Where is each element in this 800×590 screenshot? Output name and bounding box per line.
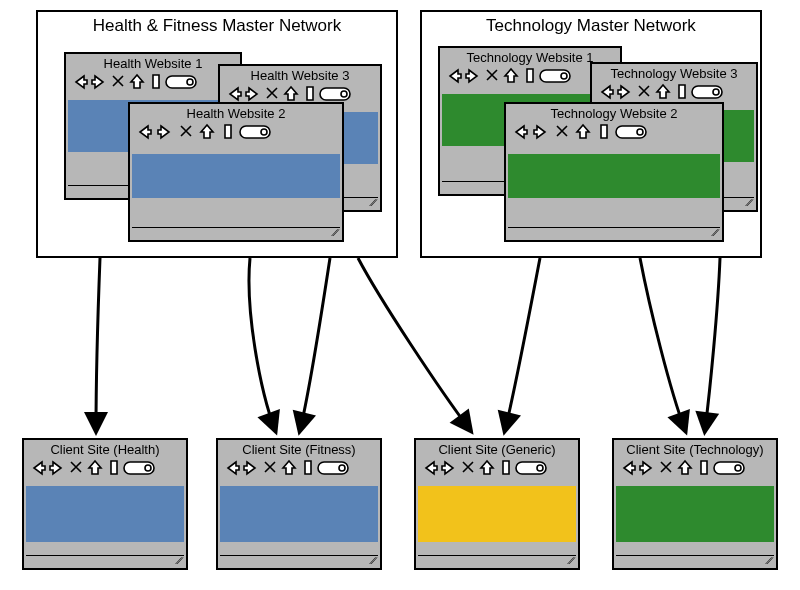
home-icon[interactable]: [87, 459, 103, 477]
home-icon[interactable]: [479, 459, 495, 477]
resize-grip-icon[interactable]: ⁄⁄: [370, 198, 376, 208]
home-icon[interactable]: [199, 123, 217, 143]
url-bar[interactable]: [615, 123, 655, 143]
browser-title: Client Site (Technology): [614, 442, 776, 457]
page-icon[interactable]: [106, 459, 120, 477]
client-site-fitness: Client Site (Fitness) ⁄⁄: [216, 438, 382, 570]
page-icon[interactable]: [498, 459, 512, 477]
status-bar: ⁄⁄: [616, 555, 774, 566]
resize-grip-icon[interactable]: ⁄⁄: [568, 556, 574, 566]
home-icon[interactable]: [655, 83, 671, 101]
master-title-health: Health & Fitness Master Network: [38, 16, 396, 36]
back-icon[interactable]: [512, 123, 530, 143]
url-bar[interactable]: [691, 83, 725, 101]
page-body: [616, 486, 774, 542]
stop-icon[interactable]: [110, 73, 126, 91]
stop-icon[interactable]: [68, 459, 84, 477]
forward-icon[interactable]: [245, 85, 261, 103]
resize-grip-icon[interactable]: ⁄⁄: [712, 228, 718, 238]
browser-toolbar: [592, 81, 756, 104]
page-icon[interactable]: [696, 459, 710, 477]
forward-icon[interactable]: [533, 123, 551, 143]
home-icon[interactable]: [677, 459, 693, 477]
home-icon[interactable]: [129, 73, 145, 91]
back-icon[interactable]: [72, 73, 88, 91]
browser-health-2: Health Website 2 ⁄⁄: [128, 102, 344, 242]
page-icon[interactable]: [148, 73, 162, 91]
browser-toolbar: [218, 457, 380, 480]
forward-icon[interactable]: [465, 67, 481, 85]
browser-title: Health Website 2: [130, 106, 342, 121]
url-bar[interactable]: [713, 459, 747, 477]
status-bar: ⁄⁄: [220, 555, 378, 566]
client-site-technology: Client Site (Technology) ⁄⁄: [612, 438, 778, 570]
url-bar[interactable]: [515, 459, 549, 477]
browser-title: Client Site (Health): [24, 442, 186, 457]
back-icon[interactable]: [224, 459, 240, 477]
status-bar: ⁄⁄: [132, 227, 340, 238]
page-body: [418, 486, 576, 542]
page-icon[interactable]: [300, 459, 314, 477]
stop-icon[interactable]: [636, 83, 652, 101]
browser-toolbar: [416, 457, 578, 480]
home-icon[interactable]: [503, 67, 519, 85]
page-icon[interactable]: [522, 67, 536, 85]
page-icon[interactable]: [596, 123, 612, 143]
stop-icon[interactable]: [554, 123, 572, 143]
browser-title: Client Site (Fitness): [218, 442, 380, 457]
page-body: [26, 486, 184, 542]
arrow-client-technology: [640, 258, 685, 430]
browser-title: Technology Website 2: [506, 106, 722, 121]
back-icon[interactable]: [620, 459, 636, 477]
page-body: [132, 154, 340, 198]
url-bar[interactable]: [539, 67, 573, 85]
forward-icon[interactable]: [49, 459, 65, 477]
browser-title: Health Website 1: [66, 56, 240, 71]
arrow-client-technology-b: [705, 258, 720, 430]
browser-toolbar: [130, 121, 342, 146]
resize-grip-icon[interactable]: ⁄⁄: [746, 198, 752, 208]
forward-icon[interactable]: [91, 73, 107, 91]
browser-tech-2: Technology Website 2 ⁄⁄: [504, 102, 724, 242]
stop-icon[interactable]: [262, 459, 278, 477]
forward-icon[interactable]: [617, 83, 633, 101]
resize-grip-icon[interactable]: ⁄⁄: [176, 556, 182, 566]
forward-icon[interactable]: [243, 459, 259, 477]
page-body: [220, 486, 378, 542]
arrow-client-generic: [358, 258, 470, 430]
resize-grip-icon[interactable]: ⁄⁄: [766, 556, 772, 566]
page-body: [508, 154, 720, 198]
back-icon[interactable]: [30, 459, 46, 477]
arrow-client-fitness: [249, 258, 275, 430]
browser-toolbar: [24, 457, 186, 480]
back-icon[interactable]: [136, 123, 154, 143]
url-bar[interactable]: [239, 123, 279, 143]
back-icon[interactable]: [226, 85, 242, 103]
url-bar[interactable]: [317, 459, 351, 477]
arrow-client-generic: [505, 258, 540, 430]
back-icon[interactable]: [598, 83, 614, 101]
page-icon[interactable]: [220, 123, 236, 143]
stop-icon[interactable]: [178, 123, 196, 143]
home-icon[interactable]: [281, 459, 297, 477]
page-icon[interactable]: [674, 83, 688, 101]
resize-grip-icon[interactable]: ⁄⁄: [370, 556, 376, 566]
resize-grip-icon[interactable]: ⁄⁄: [332, 228, 338, 238]
forward-icon[interactable]: [441, 459, 457, 477]
url-bar[interactable]: [165, 73, 199, 91]
stop-icon[interactable]: [264, 85, 280, 103]
stop-icon[interactable]: [460, 459, 476, 477]
browser-title: Client Site (Generic): [416, 442, 578, 457]
home-icon[interactable]: [283, 85, 299, 103]
status-bar: ⁄⁄: [418, 555, 576, 566]
page-icon[interactable]: [302, 85, 316, 103]
stop-icon[interactable]: [658, 459, 674, 477]
back-icon[interactable]: [446, 67, 462, 85]
back-icon[interactable]: [422, 459, 438, 477]
url-bar[interactable]: [319, 85, 353, 103]
home-icon[interactable]: [575, 123, 593, 143]
forward-icon[interactable]: [639, 459, 655, 477]
forward-icon[interactable]: [157, 123, 175, 143]
url-bar[interactable]: [123, 459, 157, 477]
stop-icon[interactable]: [484, 67, 500, 85]
